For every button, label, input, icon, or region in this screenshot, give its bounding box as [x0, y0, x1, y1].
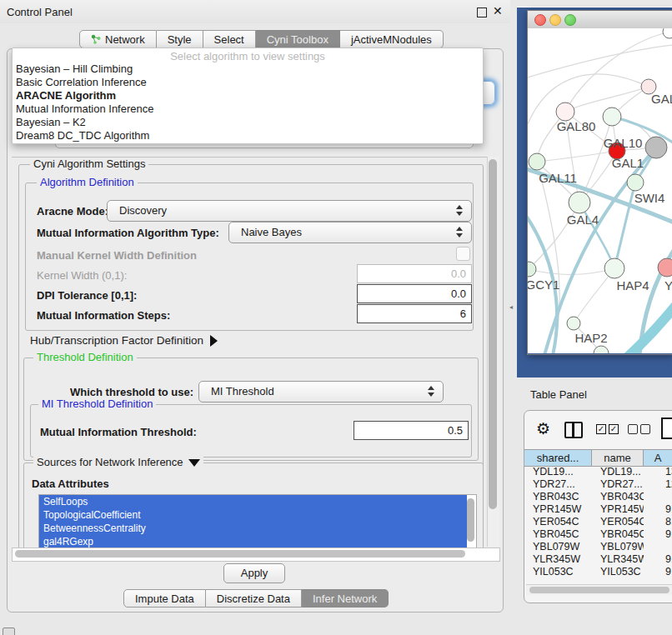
bottom-tab-discretize-data[interactable]: Discretize Data — [206, 589, 302, 608]
column-header-a[interactable]: A — [644, 449, 672, 467]
algorithm-option-aracne-algorithm[interactable]: ARACNE Algorithm — [13, 89, 483, 102]
panel-splitter-handle[interactable]: ◂ — [509, 302, 517, 313]
kernel-width-field[interactable]: 0.0 — [357, 264, 472, 283]
table-row[interactable]: YBR045CYBR045C9. — [524, 528, 672, 541]
sources-group-title: Sources for Network Inference — [37, 456, 183, 468]
tab-select[interactable]: Select — [203, 30, 256, 48]
table-row[interactable]: YDR27...YDR27...12 — [524, 478, 672, 491]
mi-threshold-field[interactable]: 0.5 — [354, 421, 469, 440]
table-row[interactable]: YBR043CYBR043C — [524, 491, 672, 503]
split-columns-icon[interactable] — [564, 422, 583, 438]
mi-steps-field[interactable]: 6 — [357, 304, 472, 323]
network-node-y[interactable] — [658, 258, 672, 277]
expanded-arrow-icon — [188, 459, 200, 467]
network-node[interactable] — [663, 28, 672, 38]
cell: 12 — [665, 478, 672, 491]
table-row[interactable]: YER054CYER054C8. — [524, 516, 672, 528]
tab-label: Network — [105, 33, 145, 46]
table-panel-container: ⚙ ✓ ✓ shared...nameA YDL19...YDL19...13Y… — [524, 410, 672, 603]
control-panel-tab-bar: NetworkStyleSelectCyni ToolboxjActiveMNo… — [79, 30, 444, 48]
attribute-item-betweennesscentrality[interactable]: BetweennessCentrality — [39, 522, 467, 535]
checked-column-icon[interactable]: ✓ — [609, 424, 619, 434]
data-attributes-list[interactable]: SelfLoopsTopologicalCoefficientBetweenne… — [38, 494, 477, 548]
cell: 13 — [665, 466, 672, 478]
checked-column-icon[interactable]: ✓ — [596, 424, 606, 434]
network-canvas[interactable]: GALGAL80GAL10GAL1GAL11SWI4GAL4GCY1HAP4YH… — [528, 28, 672, 353]
algorithm-option-basic-correlation-inference[interactable]: Basic Correlation Inference — [13, 76, 483, 89]
tab-label: jActiveMNodules — [351, 33, 432, 46]
unchecked-column-icon[interactable] — [640, 424, 650, 434]
dpi-tolerance-field[interactable]: 0.0 — [357, 284, 472, 303]
attribute-item-selfloops[interactable]: SelfLoops — [39, 495, 467, 508]
tab-jactivemnodules[interactable]: jActiveMNodules — [340, 30, 444, 48]
close-panel-icon[interactable]: ✕ — [493, 4, 503, 18]
minimize-window-icon[interactable] — [549, 14, 561, 26]
page-icon[interactable] — [661, 418, 672, 439]
attribute-item-gal4rgexp[interactable]: gal4RGexp — [39, 535, 467, 548]
algorithm-option-bayesian-hill-climbing[interactable]: Bayesian – Hill Climbing — [13, 62, 483, 76]
manual-kernel-width-checkbox[interactable] — [456, 247, 470, 261]
mi-algorithm-type-select[interactable]: Naive Bayes — [228, 222, 472, 243]
column-header-shared[interactable]: shared... — [524, 449, 592, 467]
control-panel-titlebar: Control Panel ✕ — [0, 0, 510, 23]
minimized-panel-icon[interactable] — [3, 628, 15, 635]
node-label-gcy1: GCY1 — [528, 278, 559, 292]
float-panel-icon[interactable] — [477, 8, 487, 18]
cell: YER054C — [600, 516, 644, 528]
network-node-hap2[interactable] — [567, 317, 580, 330]
tab-network[interactable]: Network — [79, 30, 157, 48]
manual-kernel-width-label: Manual Kernel Width Definition — [37, 249, 197, 262]
table-row[interactable]: YLR345WYLR345W9. — [524, 553, 672, 566]
settings-vertical-scrollbar-thumb[interactable] — [489, 159, 497, 509]
aracne-mode-select[interactable]: Discovery — [107, 200, 472, 222]
network-node-gal10[interactable] — [603, 108, 621, 126]
network-node-gal80[interactable] — [556, 102, 574, 121]
tab-cyni-toolbox[interactable]: Cyni Toolbox — [256, 30, 340, 48]
settings-horizontal-scrollbar-thumb[interactable] — [15, 550, 465, 558]
hub-definition-toggle[interactable]: Hub/Transcription Factor Definition — [30, 334, 218, 347]
network-node-swi4[interactable] — [627, 174, 644, 191]
unchecked-column-icon[interactable] — [628, 424, 638, 434]
table-horizontal-scrollbar[interactable] — [526, 584, 672, 595]
column-header-name[interactable]: name — [592, 449, 644, 467]
network-window-titlebar[interactable] — [528, 11, 672, 29]
algorithm-definition-title: Algorithm Definition — [37, 177, 138, 188]
dpi-tolerance-label: DPI Tolerance [0,1]: — [37, 289, 137, 302]
attribute-item-topologicalcoefficient[interactable]: TopologicalCoefficient — [39, 508, 467, 522]
bottom-tab-impute-data[interactable]: Impute Data — [123, 589, 206, 608]
table-row[interactable]: YPR145WYPR145W9. — [524, 503, 672, 516]
node-label-gal80: GAL80 — [557, 119, 596, 133]
mi-algorithm-type-label: Mutual Information Algorithm Type: — [37, 227, 219, 239]
table-row[interactable]: YIL053CYIL053C9 — [524, 566, 672, 578]
apply-button[interactable]: Apply — [223, 563, 285, 583]
tab-label: Impute Data — [135, 592, 194, 605]
algorithm-option-mutual-information-inference[interactable]: Mutual Information Inference — [13, 102, 483, 116]
table-horizontal-scrollbar-thumb[interactable] — [529, 587, 669, 593]
tab-label: Discretize Data — [217, 592, 290, 605]
algorithm-option-bayesian-k2[interactable]: Bayesian – K2 — [13, 116, 483, 129]
network-node-hap4[interactable] — [604, 258, 624, 278]
gear-icon[interactable]: ⚙ — [536, 419, 550, 438]
node-label-gal11: GAL11 — [539, 171, 577, 185]
which-threshold-select[interactable]: MI Threshold — [198, 381, 444, 402]
close-window-icon[interactable] — [534, 14, 546, 26]
tab-label: Select — [214, 33, 244, 46]
list-scrollbar-thumb[interactable] — [467, 498, 474, 542]
table-row[interactable]: YBL079WYBL079W — [524, 541, 672, 553]
bottom-tab-infer-network[interactable]: Infer Network — [302, 589, 389, 608]
tab-style[interactable]: Style — [157, 30, 203, 48]
network-node-gal11[interactable] — [529, 153, 545, 170]
network-node[interactable] — [645, 137, 667, 158]
algorithm-option-dream8-dc-tdc-algorithm[interactable]: Dream8 DC_TDC Algorithm — [13, 129, 483, 142]
zoom-window-icon[interactable] — [564, 14, 576, 26]
sources-group-toggle[interactable]: Sources for Network Inference — [33, 457, 203, 468]
network-node-gcy1[interactable] — [528, 262, 536, 277]
cell: 9. — [665, 528, 672, 541]
network-view-window[interactable]: GALGAL80GAL10GAL1GAL11SWI4GAL4GCY1HAP4YH… — [527, 10, 672, 355]
table-row[interactable]: YDL19...YDL19...13 — [524, 466, 672, 478]
node-label-gal10: GAL10 — [604, 136, 643, 150]
cell: YBL079W — [600, 541, 644, 553]
network-node-gal4[interactable] — [569, 192, 590, 213]
cyni-bottom-tab-bar: Impute DataDiscretize DataInfer Network — [123, 589, 389, 608]
node-label-gal4: GAL4 — [567, 212, 599, 227]
